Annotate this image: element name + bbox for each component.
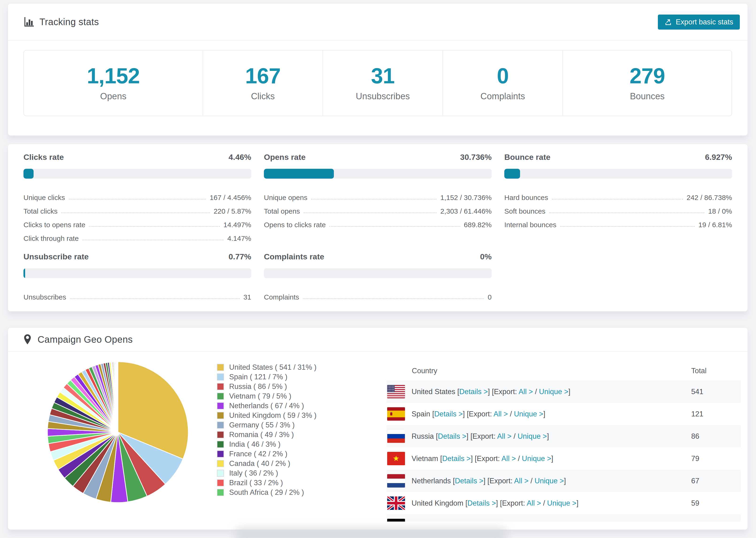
- detail-value: 220 / 5.87%: [214, 207, 251, 215]
- export-all-link[interactable]: All >: [527, 499, 541, 507]
- details-link[interactable]: Details >: [467, 499, 496, 507]
- details-link[interactable]: Details >: [446, 521, 474, 522]
- detail-value: 19 / 6.81%: [698, 221, 732, 229]
- rates-row-2: Unsubscribe rate 0.77% Unsubscribes31 Co…: [8, 242, 747, 301]
- export-all-link[interactable]: All >: [502, 455, 516, 463]
- export-button-label: Export basic stats: [676, 18, 733, 26]
- detail-row: Unsubscribes31: [24, 288, 251, 301]
- dotted-leader: [61, 212, 210, 213]
- rates-card: Clicks rate 4.46% Unique clicks167 / 4.4…: [8, 144, 748, 311]
- legend-item: Italy ( 36 / 2% ): [217, 468, 316, 478]
- country-name: Russia: [411, 432, 434, 440]
- legend-swatch: [217, 402, 224, 409]
- legend-item: Brazil ( 33 / 2% ): [217, 478, 316, 488]
- export-unique-link[interactable]: Unique >: [539, 388, 568, 396]
- detail-row: Unique clicks167 / 4.456%: [24, 188, 251, 202]
- export-unique-link[interactable]: Unique >: [535, 477, 564, 485]
- stat-box-complaints: 0Complaints: [443, 50, 563, 116]
- legend-label: Netherlands ( 67 / 4% ): [229, 402, 304, 410]
- legend-swatch: [217, 431, 224, 438]
- unsubscribe-rate-bar: [24, 268, 251, 278]
- export-unique-link[interactable]: Unique >: [525, 521, 555, 522]
- stat-label: Complaints: [480, 91, 525, 101]
- details-link[interactable]: Details >: [434, 410, 463, 418]
- total-column-header: Total: [691, 367, 706, 375]
- map-pin-icon: [24, 334, 31, 345]
- stat-label: Opens: [100, 91, 127, 101]
- detail-label: Total clicks: [24, 207, 58, 215]
- export-unique-link[interactable]: Unique >: [547, 499, 576, 507]
- details-link[interactable]: Details >: [459, 388, 488, 396]
- legend-swatch: [217, 489, 224, 496]
- table-row: Netherlands [Details >] [Export: All > /…: [387, 470, 741, 492]
- complaints-rate-value: 0%: [480, 252, 492, 261]
- stat-label: Unsubscribes: [356, 91, 410, 101]
- table-row: Vietnam [Details >] [Export: All > / Uni…: [387, 447, 741, 470]
- nl-flag-icon: [387, 474, 405, 488]
- export-all-link[interactable]: All >: [505, 521, 519, 522]
- country-cell: Vietnam [Details >] [Export: All > / Uni…: [411, 455, 553, 463]
- dotted-leader: [311, 199, 436, 199]
- country-cell: United Kingdom [Details >] [Export: All …: [411, 499, 578, 508]
- detail-row: Clicks to opens rate14.497%: [24, 215, 251, 229]
- table-row: United States [Details >] [Export: All >…: [387, 381, 741, 403]
- legend-swatch: [217, 393, 224, 400]
- details-link[interactable]: Details >: [455, 477, 483, 485]
- details-link[interactable]: Details >: [438, 432, 466, 440]
- legend-swatch: [217, 364, 224, 371]
- legend-label: South Africa ( 29 / 2% ): [229, 488, 304, 497]
- vn-flag-icon: [387, 452, 405, 465]
- legend-item: France ( 42 / 2% ): [217, 449, 316, 459]
- stat-label: Clicks: [251, 91, 275, 101]
- unsubscribe-rate-panel: Unsubscribe rate 0.77% Unsubscribes31: [24, 252, 251, 301]
- export-all-link[interactable]: All >: [519, 388, 533, 396]
- clicks-rate-value: 4.46%: [229, 153, 251, 162]
- legend-label: India ( 46 / 3% ): [229, 440, 281, 449]
- table-row: Spain [Details >] [Export: All > / Uniqu…: [387, 403, 741, 425]
- legend-label: Canada ( 40 / 2% ): [229, 459, 290, 468]
- country-cell: Russia [Details >] [Export: All > / Uniq…: [411, 432, 549, 441]
- export-all-link[interactable]: All >: [494, 410, 508, 418]
- table-row: Germany [Details >] [Export: All > / Uni…: [387, 514, 741, 521]
- detail-row: Opens to clicks rate689.82%: [264, 215, 492, 229]
- details-link[interactable]: Details >: [442, 455, 470, 463]
- country-name: United States: [411, 388, 455, 396]
- legend-label: United States ( 541 / 31% ): [229, 363, 316, 372]
- detail-value: 689.82%: [464, 221, 492, 229]
- detail-label: Soft bounces: [504, 207, 545, 215]
- complaints-rate-details: Complaints0: [264, 288, 492, 301]
- export-icon: [665, 18, 672, 26]
- tracking-stats-header: Tracking stats Export basic stats: [8, 4, 747, 41]
- export-unique-link[interactable]: Unique >: [522, 455, 551, 463]
- legend-swatch: [217, 412, 224, 419]
- export-basic-stats-button[interactable]: Export basic stats: [658, 15, 740, 29]
- bounce-rate-value: 6.927%: [705, 153, 732, 162]
- detail-value: 0: [488, 293, 492, 301]
- opens-rate-panel: Opens rate 30.736% Unique opens1,152 / 3…: [264, 153, 492, 242]
- export-all-link[interactable]: All >: [514, 477, 528, 485]
- detail-value: 31: [243, 293, 251, 301]
- detail-label: Unique opens: [264, 194, 307, 202]
- detail-label: Click through rate: [24, 235, 79, 242]
- dotted-leader: [303, 212, 436, 213]
- clicks-rate-bar: [24, 169, 251, 179]
- stat-value: 279: [630, 65, 665, 86]
- complaints-rate-bar: [264, 268, 492, 278]
- pie-legend: United States ( 541 / 31% )Spain ( 121 /…: [217, 362, 316, 497]
- export-unique-link[interactable]: Unique >: [517, 432, 547, 440]
- country-cell: Spain [Details >] [Export: All > / Uniqu…: [411, 410, 545, 418]
- dotted-leader: [549, 212, 704, 213]
- export-unique-link[interactable]: Unique >: [514, 410, 543, 418]
- legend-label: Vietnam ( 79 / 5% ): [229, 392, 291, 401]
- clicks-rate-title: Clicks rate: [24, 153, 64, 162]
- export-all-link[interactable]: All >: [497, 432, 512, 440]
- legend-item: United States ( 541 / 31% ): [217, 362, 316, 372]
- campaign-geo-opens-card: Campaign Geo Opens United States ( 541 /…: [8, 327, 748, 530]
- legend-swatch: [217, 451, 224, 457]
- total-cell: 59: [691, 499, 699, 508]
- opens-rate-title: Opens rate: [264, 153, 306, 162]
- legend-item: Germany ( 55 / 3% ): [217, 420, 316, 430]
- table-row: Russia [Details >] [Export: All > / Uniq…: [387, 425, 741, 447]
- detail-row: Total clicks220 / 5.87%: [24, 202, 251, 215]
- total-cell: 121: [691, 410, 703, 418]
